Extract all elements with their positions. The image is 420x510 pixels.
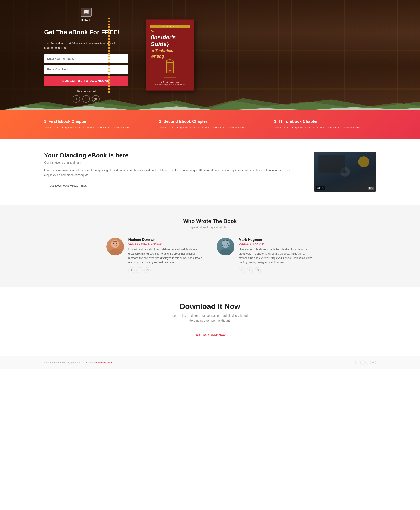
book-subtitle1: to Technical [150,49,190,53]
author-2-email-icon[interactable]: ✉ [255,267,261,273]
download-button[interactable]: Get The eBook Now [186,330,234,340]
svg-point-9 [219,249,232,255]
subscribe-button[interactable]: SUBSCRIBE TO DOWNLOAD [44,76,128,86]
book-foreword: Foreword by JoAnn T. Hackos [150,84,190,86]
author-2-socials: f t ✉ [239,267,314,273]
about-section: Your Olanding eBook is here Our service … [0,139,420,205]
authors-subtitle: great prices for great tutorials [44,226,376,229]
about-title: Your Olanding eBook is here [44,152,296,159]
book-author: by Krista Van Laan [150,81,190,84]
feature-3-desc: Just Subscribe to get full access to our… [274,126,376,130]
author-1-facebook-icon[interactable]: f [128,267,135,273]
author-1-avatar [106,238,124,255]
footer-twitter-icon[interactable]: t [363,360,368,365]
book-subtitle2: Writing [150,54,190,59]
author-1-twitter-icon[interactable]: t [136,267,142,273]
email-input[interactable] [44,65,128,74]
logo-label: E-Book [44,19,128,22]
feature-3-title: 3. Third Ebook Chapter [274,119,376,124]
hero-content: 📖 E-Book Get The eBook For FREE! Just Su… [0,8,420,103]
book-the: The [150,30,190,33]
footer-instagram-icon[interactable]: in [370,360,376,365]
author-2-avatar [217,238,234,255]
video-thumbnail[interactable]: 01:55 HD [314,152,376,192]
hero-heading: Get The eBook For FREE! [44,29,128,36]
hd-badge: HD [368,187,374,190]
hero-bottom-decoration [0,97,420,110]
author-1-email-icon[interactable]: ✉ [144,267,150,273]
about-tagline: Our service is thin and light. [44,161,296,164]
svg-point-11 [224,243,225,244]
svg-point-6 [113,243,114,244]
features-section: 1. First Ebook Chapter Just Subscribe to… [0,110,420,139]
author-2-bio: I have found this ebook to in deliver de… [239,247,314,265]
authors-title: Who Wrote The Book [44,218,376,224]
feature-item-3: 3. Third Ebook Chapter Just Subscribe to… [274,119,376,130]
hero-section: 📖 E-Book Get The eBook For FREE! Just Su… [0,0,420,110]
book-cover-wrapper: WRITER'S SERIES The {Insider's Guide} to… [146,19,194,91]
stay-connected-label: Stay connected [44,90,128,93]
logo-area: 📖 E-Book [44,8,128,22]
feature-1-desc: Just Subscribe to get full access to our… [44,126,146,130]
download-desc: Lorem ipsum dolor amet consectetur adipi… [44,313,376,323]
book-cover: WRITER'S SERIES The {Insider's Guide} to… [146,19,194,91]
download-title: Download It Now [44,302,376,311]
svg-point-10 [222,240,230,248]
book-series-badge: WRITER'S SERIES [150,24,190,28]
feature-item-2: 2. Second Ebook Chapter Just Subscribe t… [159,119,261,130]
ebook-logo-icon: 📖 [81,8,92,16]
footer-facebook-icon[interactable]: f [355,360,361,365]
author-2-role: Designer at Olanding [239,242,314,245]
author-1-name: Nadeen Dorman [128,238,203,242]
about-body: Lorem ipsum dolor sit amet consectetur a… [44,168,296,177]
author-1-info: Nadeen Dorman CEO & Founder at Olanding … [128,238,203,273]
author-1-bio: I have found this ebook to in deliver de… [128,247,203,265]
video-bg [314,152,376,192]
dashed-divider [108,18,110,93]
footer-socials: f t in [355,360,376,365]
author-card-2: Mark Hugman Designer at Olanding I have … [217,238,314,273]
author-1-socials: f t ✉ [128,267,203,273]
footer-brand[interactable]: oLanding.com [95,361,112,364]
about-left: Your Olanding eBook is here Our service … [44,152,296,189]
authors-grid: Nadeen Dorman CEO & Founder at Olanding … [44,238,376,273]
svg-point-12 [227,243,228,244]
downloads-badge: Total Downloads +3520 Times [44,182,91,189]
download-section: Download It Now Lorem ipsum dolor amet c… [0,287,420,356]
author-2-info: Mark Hugman Designer at Olanding I have … [239,238,314,273]
feature-item-1: 1. First Ebook Chapter Just Subscribe to… [44,119,146,130]
author-card-1: Nadeen Dorman CEO & Founder at Olanding … [106,238,203,273]
video-timestamp: 01:55 [316,186,325,190]
hero-form-area: 📖 E-Book Get The eBook For FREE! Just Su… [44,8,128,103]
feature-2-desc: Just Subscribe to get full access to our… [159,126,261,130]
author-1-role: CEO & Founder at Olanding [128,242,203,245]
authors-section: Who Wrote The Book great prices for grea… [0,205,420,287]
footer-copyright: All rights reserved Copyright @ 2017 Ebo… [44,361,112,364]
feature-1-title: 1. First Ebook Chapter [44,119,146,124]
author-2-name: Mark Hugman [239,238,314,242]
hero-underline-decoration [44,38,55,38]
about-right: 01:55 HD [314,152,376,192]
book-title-main: {Insider's Guide} [150,34,190,48]
author-2-facebook-icon[interactable]: f [239,267,245,273]
footer: All rights reserved Copyright @ 2017 Ebo… [0,356,420,369]
name-input[interactable] [44,54,128,63]
svg-point-4 [109,249,121,255]
author-2-twitter-icon[interactable]: t [247,267,253,273]
hero-subtext: Just Subscribe to get full access to our… [44,41,128,50]
feature-2-title: 2. Second Ebook Chapter [159,119,261,124]
svg-point-7 [116,243,117,244]
